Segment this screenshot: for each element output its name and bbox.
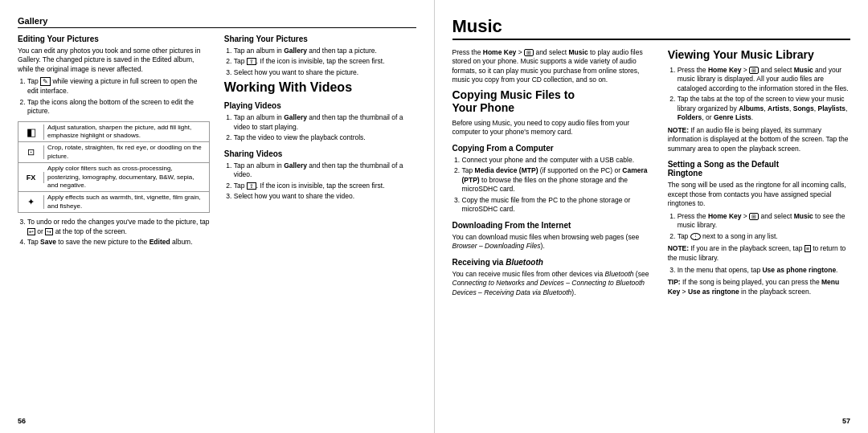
icon-row-4: ✦ Apply effects such as warmth, tint, vi…	[18, 192, 209, 212]
left-col-1: Editing Your Pictures You can edit any p…	[18, 35, 210, 251]
editing-body: You can edit any photos you took and som…	[18, 47, 210, 74]
ringtone-step-3: In the menu that opens, tap Use as phone…	[678, 266, 850, 275]
left-col-2: Sharing Your Pictures Tap an album in Ga…	[224, 35, 416, 251]
sharing-videos-title: Sharing Videos	[224, 149, 416, 158]
sharing-videos-steps: Tap an album in Gallery and then tap the…	[224, 161, 416, 202]
viewing-step-2: Tap the tabs at the top of the screen to…	[678, 95, 850, 122]
copying-computer-steps: Connect your phone and the computer with…	[452, 156, 653, 214]
sharing-vid-step-2: Tap ⇪. If the icon is invisible, tap the…	[234, 182, 416, 190]
ringtone-title: Setting a Song as the DefaultRingtone	[668, 160, 850, 178]
icon-row-2: ⊡ Crop, rotate, straighten, fix red eye,…	[18, 142, 209, 163]
copying-section-title: Copying Music Files toYour Phone	[452, 88, 653, 114]
viewing-step-1: Press the Home Key > ⊞ and select Music …	[678, 66, 850, 93]
copy-step-1: Connect your phone and the computer with…	[462, 156, 653, 165]
copy-step-3: Copy the music file from the PC to the p…	[462, 196, 653, 214]
sharing-pic-step-3: Select how you want to share the picture…	[234, 68, 416, 77]
ringtone-tip: TIP: If the song is being played, you ca…	[668, 278, 850, 296]
icon-row-3: FX Apply color filters such as cross-pro…	[18, 163, 209, 192]
ringtone-step-2: Tap ⋮ next to a song in any list.	[678, 232, 850, 241]
left-page-num: 56	[18, 417, 26, 425]
ringtone-steps: Press the Home Key > ⊞ and select Music …	[668, 212, 850, 241]
working-with-videos-title: Working With Videos	[224, 80, 416, 95]
editing-steps: Tap ✎ while viewing a picture in full sc…	[18, 77, 210, 116]
playing-step-1: Tap an album in Gallery and then tap the…	[234, 113, 416, 132]
brightness-icon: ◧	[18, 125, 44, 140]
sharing-vid-step-3: Select how you want to share the video.	[234, 192, 416, 201]
ringtone-intro: The song will be used as the ringtone fo…	[668, 181, 850, 208]
viewing-title: Viewing Your Music Library	[668, 48, 850, 61]
editing-step-4: Tap Save to save the new picture to the …	[27, 238, 210, 247]
editing-step-3: To undo or redo the changes you've made …	[27, 218, 210, 236]
editing-title: Editing Your Pictures	[18, 35, 210, 43]
copying-computer-title: Copying From a Computer	[452, 144, 653, 153]
effects-text: Apply effects such as warmth, tint, vign…	[44, 192, 209, 212]
editing-step-2: Tap the icons along the bottom of the sc…	[27, 98, 210, 116]
downloading-title: Downloading From the Internet	[452, 221, 653, 230]
playing-videos-title: Playing Videos	[224, 101, 416, 110]
crop-icon: ⊡	[18, 145, 44, 159]
effects-icon: ✦	[18, 195, 44, 209]
right-page: Music Press the Home Key > ⊞ and select …	[435, 0, 869, 433]
copy-step-2: Tap Media device (MTP) (if supported on …	[462, 166, 653, 194]
left-page: Gallery Editing Your Pictures You can ed…	[0, 0, 435, 433]
downloading-body: You can download music files when browsi…	[452, 233, 653, 251]
ringtone-step-1: Press the Home Key > ⊞ and select Music …	[678, 212, 850, 231]
editing-step-1: Tap ✎ while viewing a picture in full sc…	[27, 77, 210, 96]
copying-intro: Before using Music, you need to copy aud…	[452, 119, 653, 137]
bluetooth-title: Receiving via Bluetooth	[452, 258, 653, 267]
fx-icon: FX	[18, 172, 44, 183]
sharing-vid-step-1: Tap an album in Gallery and then tap the…	[234, 161, 416, 180]
ringtone-note: NOTE: If you are in the playback screen,…	[668, 244, 850, 263]
editing-steps-continued: To undo or redo the changes you've made …	[18, 218, 210, 247]
brightness-text: Adjust saturation, sharpen the picture, …	[44, 122, 209, 142]
bluetooth-body: You can receive music files from other d…	[452, 270, 653, 297]
right-col-right: Viewing Your Music Library Press the Hom…	[668, 48, 850, 300]
page: Gallery Editing Your Pictures You can ed…	[0, 0, 868, 433]
playing-step-2: Tap the video to view the playback contr…	[234, 133, 416, 142]
gallery-header: Gallery	[18, 16, 416, 28]
music-title: Music	[452, 16, 851, 40]
icon-table: ◧ Adjust saturation, sharpen the picture…	[18, 121, 210, 214]
ringtone-steps-continued: In the menu that opens, tap Use as phone…	[668, 266, 850, 275]
right-page-num: 57	[842, 417, 850, 425]
sharing-pictures-steps: Tap an album in Gallery and then tap a p…	[224, 47, 416, 77]
viewing-steps: Press the Home Key > ⊞ and select Music …	[668, 66, 850, 123]
sharing-pic-step-2: Tap ⇪. If the icon is invisible, tap the…	[234, 57, 416, 66]
icon-row-1: ◧ Adjust saturation, sharpen the picture…	[18, 122, 209, 143]
right-columns: Press the Home Key > ⊞ and select Music …	[452, 48, 851, 300]
viewing-note: NOTE: If an audio file is being played, …	[668, 126, 850, 153]
sharing-pic-step-1: Tap an album in Gallery and then tap a p…	[234, 47, 416, 55]
left-columns: Editing Your Pictures You can edit any p…	[18, 35, 416, 251]
crop-text: Crop, rotate, straighten, fix red eye, o…	[44, 142, 209, 162]
fx-text: Apply color filters such as cross-proces…	[44, 163, 209, 191]
right-col-left: Press the Home Key > ⊞ and select Music …	[452, 48, 653, 300]
music-intro: Press the Home Key > ⊞ and select Music …	[452, 48, 653, 85]
playing-videos-steps: Tap an album in Gallery and then tap the…	[224, 113, 416, 142]
sharing-pictures-title: Sharing Your Pictures	[224, 35, 416, 43]
